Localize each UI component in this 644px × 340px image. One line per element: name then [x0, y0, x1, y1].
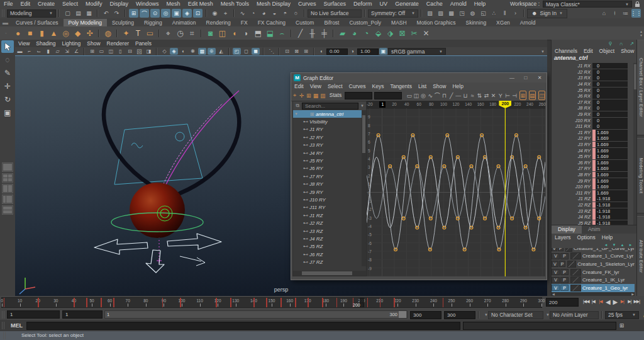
channel-row-j4-rz[interactable]: J4 RZ-1.918	[552, 214, 633, 220]
channel-row-j6-ry[interactable]: J6 RY1.669	[552, 160, 633, 166]
menu-file[interactable]: File	[0, 0, 17, 8]
menu-windows[interactable]: Windows	[132, 0, 163, 8]
poly-torus-icon[interactable]: ◎	[60, 28, 71, 38]
ipr-icon[interactable]: ▨	[436, 9, 445, 18]
frame-playback-range-icon[interactable]: ◫	[413, 91, 419, 99]
outliner-channel-j9-ry[interactable]: ⊷J9 RY	[293, 188, 366, 196]
snap-to-point-icon[interactable]: ⊙	[150, 9, 160, 18]
channel-value-field[interactable]: 0	[592, 105, 628, 111]
shelf-scroll[interactable]: ▲▼	[640, 30, 643, 37]
modeling-toolkit-toggle-icon[interactable]: ⌂	[599, 9, 609, 18]
go-to-end-button[interactable]: ▶▶|	[633, 297, 641, 306]
lock-camera-icon[interactable]: ⌐	[25, 48, 33, 55]
new-scene-icon[interactable]: ▢	[63, 9, 72, 18]
keyframe-tick[interactable]	[380, 298, 381, 307]
channel-value-field[interactable]: 1.669	[592, 142, 628, 147]
shelf-tab-curves-surfaces[interactable]: Curves / Surfaces	[11, 19, 64, 26]
lock-selection-icon[interactable]: ◉	[210, 9, 219, 18]
region-keys-icon[interactable]: ▦	[313, 91, 318, 99]
frame-all-icon[interactable]: ▭	[406, 91, 412, 99]
combine-icon[interactable]: ◙	[205, 28, 216, 38]
channel-value-field[interactable]: -1.918	[592, 202, 628, 208]
channel-row-j10-rx[interactable]: J10 RX0	[552, 117, 633, 123]
svg-icon[interactable]: ▭	[145, 28, 155, 38]
lasso-tool[interactable]: ◌	[1, 54, 14, 66]
keyframe-marker[interactable]	[411, 133, 414, 137]
normalized-curves-icon[interactable]: ◫	[538, 91, 545, 100]
channel-value-field[interactable]: 0	[592, 69, 628, 75]
layer-tab-display[interactable]: Display	[552, 225, 582, 234]
chevron-down-icon[interactable]: ▼	[360, 104, 364, 108]
lattice-control-box[interactable]	[114, 124, 203, 184]
retime-tool-icon[interactable]: ▥	[320, 91, 326, 99]
panel-menu-renderer[interactable]: Renderer	[104, 40, 132, 48]
le-menu-layers[interactable]: Layers	[552, 234, 574, 242]
layer-row-creature-1-gp-curve-lyr[interactable]: VPCreature_1_GP_Curve_Lyr	[552, 248, 635, 252]
menu-help[interactable]: Help	[470, 0, 490, 8]
keyframe-marker[interactable]	[446, 133, 449, 137]
menu-mesh[interactable]: Mesh	[163, 0, 184, 8]
channel-row-j7-ry[interactable]: J7 RY1.669	[552, 166, 633, 172]
graph-editor-window[interactable]: M Graph Editor — □ ✕ EditViewSelectCurve…	[291, 72, 547, 280]
lookthrough-icon[interactable]: ⊞	[302, 48, 310, 55]
wireframe-icon[interactable]: ◇	[160, 48, 169, 55]
oversampling-icon[interactable]: ∠	[72, 48, 80, 55]
playback-end-field[interactable]: 300	[410, 311, 441, 319]
film-gate-icon[interactable]: ▭	[97, 48, 106, 55]
channel-row-j9-ry[interactable]: J9 RY1.669	[552, 178, 633, 184]
keyframe-tick[interactable]	[266, 298, 267, 307]
toon-icon[interactable]: ◳	[457, 9, 467, 18]
current-frame-field[interactable]: 200	[546, 298, 579, 307]
buffer-curve-snapshot-icon[interactable]: ⇅	[477, 91, 482, 99]
scale-tool[interactable]: ▣	[1, 106, 14, 119]
keyframe-tick[interactable]	[280, 298, 282, 307]
xray-joints-icon[interactable]: ◼	[252, 48, 260, 55]
light-editor-icon[interactable]: ○	[291, 9, 301, 18]
platonic-solid-icon[interactable]: ◍	[103, 28, 113, 38]
poly-cone-icon[interactable]: ▲	[48, 28, 59, 38]
clamped-tangent-icon[interactable]: ⊓	[441, 91, 447, 99]
channel-value-field[interactable]: 1.669	[592, 172, 628, 178]
exposure-field[interactable]: 0.00	[326, 48, 348, 55]
render-current-frame-icon[interactable]: ▧	[425, 9, 435, 18]
cb-menu-object[interactable]: Object	[596, 47, 618, 55]
close-button[interactable]: ✕	[533, 74, 547, 82]
construction-history-icon[interactable]: ∿	[238, 9, 247, 18]
helpline-grip[interactable]	[3, 332, 6, 339]
tab-channel-box-layer-editor[interactable]: Channel Box / Layer Editor	[637, 40, 644, 135]
outliner-object-row[interactable]: ▼⊞antenna_ctrl	[293, 110, 366, 118]
animation-end-field[interactable]: 300	[444, 311, 475, 319]
persp-outliner-layout[interactable]	[2, 195, 13, 204]
insert-edge-loop-icon[interactable]: ╫	[307, 28, 318, 38]
keyframe-marker[interactable]	[377, 133, 380, 137]
sign-in-button[interactable]: ☻ Sign In ▼	[527, 9, 567, 18]
more-icon[interactable]: ›	[511, 9, 520, 18]
shelf-tab-sculpting[interactable]: Sculpting	[107, 19, 139, 26]
maximize-button[interactable]: □	[519, 74, 533, 82]
channel-row-j8-rx[interactable]: J8 RX0	[552, 105, 633, 111]
screen-space-ao-icon[interactable]: ❊	[208, 48, 216, 55]
outliner-channel-j6-ry[interactable]: ⊷J6 RY	[293, 165, 366, 173]
panel-menu-show[interactable]: Show	[84, 40, 103, 48]
layer-playback-toggle[interactable]: P	[560, 285, 569, 291]
target-weld-icon[interactable]: ✕	[421, 28, 431, 38]
channel-row-j2-rx[interactable]: J2 RX0	[552, 69, 633, 76]
snap-together-icon[interactable]: ⊡	[193, 9, 203, 18]
channel-row-j3-rx[interactable]: J3 RX0	[552, 75, 633, 81]
keyframe-tick[interactable]	[394, 298, 395, 307]
ge-menu-curves[interactable]: Curves	[346, 82, 369, 91]
layer-visibility-toggle[interactable]: V	[552, 285, 560, 291]
gamma-field[interactable]: 1.00	[357, 48, 379, 55]
tool-settings-toggle-icon[interactable]: ⋮⋮	[631, 9, 641, 18]
poly-type-icon[interactable]: T	[133, 28, 143, 38]
channel-row-j4-ry[interactable]: J4 RY1.669	[552, 147, 633, 154]
shaded-icon[interactable]: ◈	[170, 48, 178, 55]
command-input[interactable]	[26, 322, 460, 330]
xgen-icon[interactable]: ∴	[489, 9, 499, 18]
channel-row-j1-rx[interactable]: J1 RX0	[552, 63, 633, 69]
bridge-icon[interactable]: ⌢	[277, 28, 287, 38]
channel-value-field[interactable]: 1.669	[592, 154, 628, 159]
outliner-channel-j8-ry[interactable]: ⊷J8 RY	[293, 181, 366, 188]
keyframe-marker[interactable]	[463, 248, 466, 251]
script-editor-icon[interactable]: ⊞	[617, 321, 626, 330]
